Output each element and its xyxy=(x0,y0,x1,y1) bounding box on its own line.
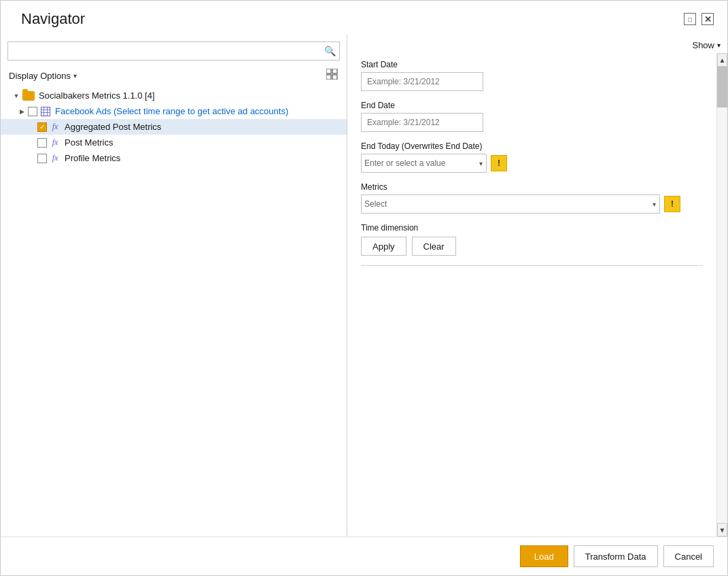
post-label: Post Metrics xyxy=(65,137,114,148)
facebook-checkbox[interactable] xyxy=(28,107,37,116)
show-chevron-icon: ▾ xyxy=(717,41,721,49)
apply-button[interactable]: Apply xyxy=(361,237,406,256)
fx-icon-profile: fx xyxy=(50,154,60,163)
facebook-label: Facebook Ads (Select time range to get a… xyxy=(55,106,288,116)
fx-icon-post: fx xyxy=(50,138,60,148)
facebook-toggle-icon[interactable]: ▶ xyxy=(17,107,27,116)
search-bar: 🔍 xyxy=(7,41,340,61)
end-today-group: End Today (Overwrites End Date) Enter or… xyxy=(361,141,703,173)
start-date-label: Start Date xyxy=(361,60,703,69)
svg-rect-4 xyxy=(41,107,50,116)
post-toggle xyxy=(27,138,36,148)
metrics-group: Metrics Select ! xyxy=(361,182,703,214)
metrics-select[interactable]: Select xyxy=(361,194,660,214)
end-today-select-wrapper: Enter or select a value xyxy=(361,154,487,173)
aggregated-toggle xyxy=(27,122,36,132)
navigator-window: Navigator □ ✕ 🔍 Display Options ▾ xyxy=(0,0,728,576)
fx-icon-aggregated: fx xyxy=(50,122,60,132)
form-divider xyxy=(361,265,703,266)
search-icon: 🔍 xyxy=(324,46,336,56)
load-button[interactable]: Load xyxy=(520,545,568,567)
profile-label: Profile Metrics xyxy=(65,153,120,163)
end-today-row: Enter or select a value ! xyxy=(361,154,703,173)
close-button[interactable]: ✕ xyxy=(701,13,714,25)
time-dimension-label: Time dimension xyxy=(361,223,703,233)
tree-area: ▼ Socialbakers Metrics 1.1.0 [4] ▶ xyxy=(1,88,347,530)
end-today-select[interactable]: Enter or select a value xyxy=(361,154,487,173)
tree-item-post[interactable]: fx Post Metrics xyxy=(1,135,347,150)
right-panel: Show ▾ Start Date End Date xyxy=(347,35,727,537)
action-buttons-row: Apply Clear xyxy=(361,237,703,256)
show-label: Show xyxy=(692,40,714,50)
display-options-bar: Display Options ▾ xyxy=(1,66,347,88)
content-area: 🔍 Display Options ▾ xyxy=(1,35,727,537)
end-today-warning-icon[interactable]: ! xyxy=(491,155,507,171)
metrics-warning-icon[interactable]: ! xyxy=(664,196,680,212)
svg-rect-1 xyxy=(332,69,337,73)
end-date-input[interactable] xyxy=(361,113,483,132)
view-toggle-button[interactable] xyxy=(326,69,339,82)
post-checkbox[interactable] xyxy=(37,138,47,148)
start-date-group: Start Date xyxy=(361,60,703,91)
metrics-row: Select ! xyxy=(361,194,703,214)
scroll-down-button[interactable]: ▼ xyxy=(717,523,727,537)
display-options-toggle[interactable]: Display Options ▾ xyxy=(9,71,77,81)
end-today-label: End Today (Overwrites End Date) xyxy=(361,141,703,151)
root-toggle-icon[interactable]: ▼ xyxy=(12,91,21,101)
folder-icon xyxy=(22,91,35,101)
svg-rect-2 xyxy=(326,75,331,80)
metrics-select-wrapper: Select xyxy=(361,194,660,214)
profile-checkbox[interactable] xyxy=(37,154,47,163)
transform-data-button[interactable]: Transform Data xyxy=(574,545,658,567)
scroll-thumb xyxy=(717,67,727,107)
window-title: Navigator xyxy=(21,10,85,28)
form-area: Start Date End Date End Today (Overwrite… xyxy=(347,53,716,537)
table-icon xyxy=(40,107,51,116)
svg-rect-3 xyxy=(332,75,337,80)
end-date-group: End Date xyxy=(361,101,703,132)
scroll-track[interactable] xyxy=(717,67,727,523)
minimize-button[interactable]: □ xyxy=(684,13,696,25)
root-label: Socialbakers Metrics 1.1.0 [4] xyxy=(39,90,155,101)
metrics-label: Metrics xyxy=(361,182,703,192)
tree-item-aggregated[interactable]: ✓ fx Aggregated Post Metrics xyxy=(1,119,347,135)
search-input[interactable] xyxy=(7,41,340,61)
footer: Load Transform Data Cancel xyxy=(1,537,727,575)
window-controls: □ ✕ xyxy=(684,13,714,25)
start-date-input[interactable] xyxy=(361,72,483,91)
scrollbar: ▲ ▼ xyxy=(716,53,727,537)
title-bar: Navigator □ ✕ xyxy=(1,1,727,28)
clear-button[interactable]: Clear xyxy=(412,237,456,256)
end-date-label: End Date xyxy=(361,101,703,110)
cancel-button[interactable]: Cancel xyxy=(663,545,714,567)
scroll-up-button[interactable]: ▲ xyxy=(717,53,727,67)
profile-toggle xyxy=(27,154,36,163)
tree-item-profile[interactable]: fx Profile Metrics xyxy=(1,150,347,166)
time-dimension-group: Time dimension Apply Clear xyxy=(361,223,703,256)
aggregated-checkbox[interactable]: ✓ xyxy=(37,122,47,132)
display-options-chevron: ▾ xyxy=(73,72,77,80)
left-panel: 🔍 Display Options ▾ xyxy=(1,35,347,537)
tree-item-facebook[interactable]: ▶ Facebook Ads (Select time range to get… xyxy=(1,103,347,119)
right-top-bar: Show ▾ xyxy=(347,35,727,53)
svg-rect-0 xyxy=(326,69,331,73)
right-content: Start Date End Date End Today (Overwrite… xyxy=(347,53,727,537)
show-button[interactable]: Show ▾ xyxy=(692,40,721,50)
display-options-label: Display Options xyxy=(9,71,71,81)
aggregated-label: Aggregated Post Metrics xyxy=(65,122,161,132)
tree-root-item[interactable]: ▼ Socialbakers Metrics 1.1.0 [4] xyxy=(1,88,347,103)
